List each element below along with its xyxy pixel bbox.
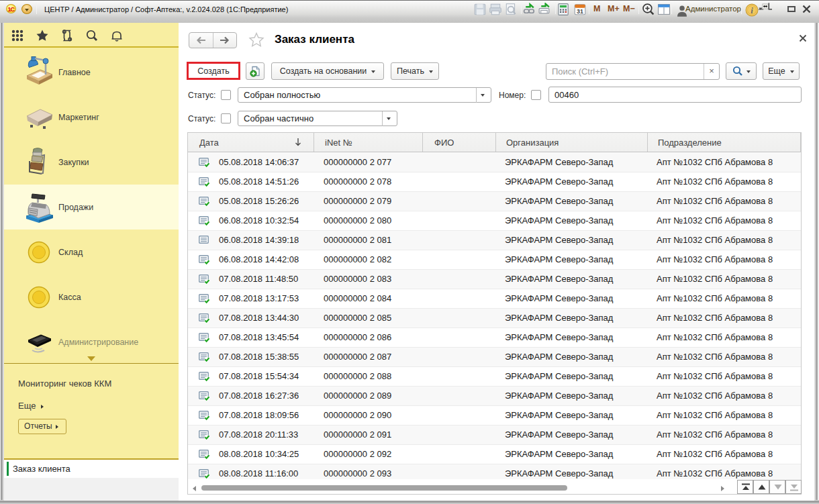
svg-text:i: i (751, 5, 753, 15)
svg-text:31: 31 (577, 8, 583, 15)
